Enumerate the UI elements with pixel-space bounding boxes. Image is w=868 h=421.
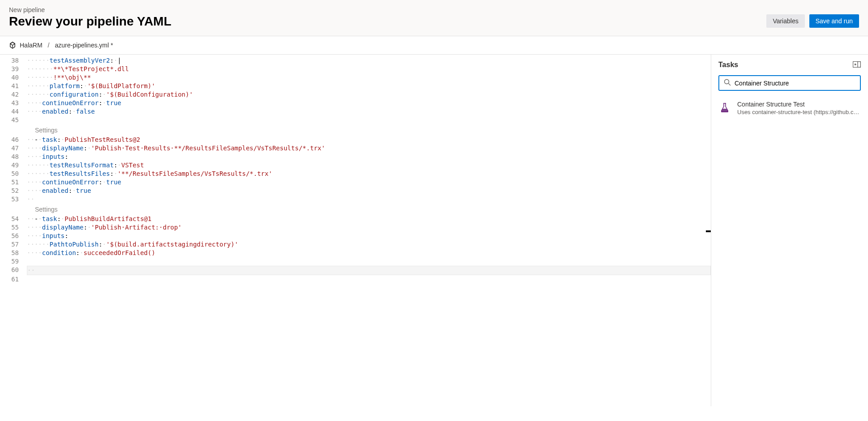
code-line[interactable]: 44····enabled:·false bbox=[0, 107, 711, 116]
line-number: 38 bbox=[0, 56, 27, 65]
code-line[interactable]: 46··-·task:·PublishTestResults@2 bbox=[0, 136, 711, 144]
task-result-name: Container Structure Test bbox=[737, 101, 861, 108]
yaml-editor[interactable]: 38······testAssemblyVer2:·|39·······**\*… bbox=[0, 55, 711, 406]
file-path-bar: HalaRM / azure-pipelines.yml * bbox=[0, 36, 868, 55]
line-number: 47 bbox=[0, 144, 27, 153]
tasks-title: Tasks bbox=[718, 61, 738, 69]
code-line[interactable]: 60·· bbox=[0, 266, 711, 275]
page-header: New pipeline Review your pipeline YAML V… bbox=[0, 0, 868, 36]
task-settings-link[interactable]: Settings bbox=[27, 204, 58, 215]
code-content[interactable]: ······platform:·'$(BuildPlatform)' bbox=[27, 82, 711, 90]
line-number: 54 bbox=[0, 215, 27, 223]
code-content[interactable]: ······configuration:·'$(BuildConfigurati… bbox=[27, 90, 711, 99]
line-number: 48 bbox=[0, 153, 27, 161]
page-title: Review your pipeline YAML bbox=[9, 14, 172, 29]
code-line[interactable]: 49······testResultsFormat:·VSTest bbox=[0, 161, 711, 170]
code-content[interactable]: ······testResultsFormat:·VSTest bbox=[27, 161, 711, 170]
expand-panel-icon[interactable] bbox=[853, 61, 861, 69]
line-number: 44 bbox=[0, 107, 27, 116]
line-number: 61 bbox=[0, 275, 27, 284]
line-number: 45 bbox=[0, 116, 27, 124]
code-line[interactable]: 38······testAssemblyVer2:·| bbox=[0, 56, 711, 65]
line-number: 49 bbox=[0, 161, 27, 170]
save-and-run-button[interactable]: Save and run bbox=[809, 14, 859, 28]
line-number: 51 bbox=[0, 178, 27, 187]
task-result-item[interactable]: Container Structure Test Uses container-… bbox=[718, 99, 861, 117]
line-number: 53 bbox=[0, 195, 27, 204]
code-content[interactable]: ·· bbox=[27, 195, 711, 204]
line-number: 52 bbox=[0, 187, 27, 195]
code-content[interactable]: ··-·task:·PublishTestResults@2 bbox=[27, 136, 711, 144]
code-content[interactable]: ··-·task:·PublishBuildArtifacts@1 bbox=[27, 215, 711, 223]
tasks-panel: Tasks Container Structure Test Uses cont… bbox=[711, 55, 868, 406]
code-content[interactable]: ······testAssemblyVer2:·| bbox=[27, 56, 711, 65]
line-number: 50 bbox=[0, 170, 27, 178]
svg-rect-1 bbox=[858, 61, 861, 67]
code-line[interactable]: 56····inputs: bbox=[0, 232, 711, 240]
line-number: 59 bbox=[0, 257, 27, 266]
code-line[interactable]: 39·······**\*TestProject*.dll bbox=[0, 65, 711, 73]
line-number: 57 bbox=[0, 240, 27, 249]
code-content[interactable]: ·······!**\obj\** bbox=[27, 73, 711, 82]
task-settings-link[interactable]: Settings bbox=[27, 124, 58, 136]
line-number: 43 bbox=[0, 99, 27, 107]
code-line[interactable]: 55····displayName:·'Publish·Artifact:·dr… bbox=[0, 223, 711, 232]
code-content[interactable]: ····inputs: bbox=[27, 153, 711, 161]
svg-line-3 bbox=[729, 84, 731, 86]
code-line[interactable]: 57······PathtoPublish:·'$(build.artifact… bbox=[0, 240, 711, 249]
repo-icon bbox=[9, 42, 16, 49]
line-number: 56 bbox=[0, 232, 27, 240]
code-line[interactable]: 61 bbox=[0, 275, 711, 284]
code-line[interactable]: 51····continueOnError:·true bbox=[0, 178, 711, 187]
line-number: 60 bbox=[0, 266, 27, 275]
line-number: 55 bbox=[0, 223, 27, 232]
code-line[interactable]: 43····continueOnError:·true bbox=[0, 99, 711, 107]
code-content[interactable] bbox=[27, 275, 711, 284]
line-number: 39 bbox=[0, 65, 27, 73]
code-content[interactable]: ·· bbox=[27, 266, 711, 275]
line-number: 40 bbox=[0, 73, 27, 82]
code-content[interactable]: ······testResultsFiles:·'**/ResultsFileS… bbox=[27, 170, 711, 178]
code-line[interactable]: 59 bbox=[0, 257, 711, 266]
line-number: 46 bbox=[0, 136, 27, 144]
code-line[interactable]: 41······platform:·'$(BuildPlatform)' bbox=[0, 82, 711, 90]
svg-point-2 bbox=[725, 80, 729, 84]
code-line[interactable]: 42······configuration:·'$(BuildConfigura… bbox=[0, 90, 711, 99]
code-line[interactable]: 52····enabled:·true bbox=[0, 187, 711, 195]
code-content[interactable] bbox=[27, 257, 711, 266]
line-number: 41 bbox=[0, 82, 27, 90]
code-line[interactable]: 54··-·task:·PublishBuildArtifacts@1 bbox=[0, 215, 711, 223]
code-line[interactable]: 47····displayName:·'Publish·Test·Results… bbox=[0, 144, 711, 153]
code-line[interactable]: 48····inputs: bbox=[0, 153, 711, 161]
variables-button[interactable]: Variables bbox=[766, 14, 804, 28]
repo-name[interactable]: HalaRM bbox=[20, 42, 43, 49]
flask-icon bbox=[718, 102, 731, 114]
code-content[interactable]: ····enabled:·false bbox=[27, 107, 711, 116]
svg-rect-0 bbox=[853, 61, 861, 67]
breadcrumb[interactable]: New pipeline bbox=[9, 6, 172, 13]
line-number: 58 bbox=[0, 249, 27, 257]
code-content[interactable]: ····enabled:·true bbox=[27, 187, 711, 195]
code-content[interactable]: ····inputs: bbox=[27, 232, 711, 240]
code-line[interactable]: 50······testResultsFiles:·'**/ResultsFil… bbox=[0, 170, 711, 178]
file-name[interactable]: azure-pipelines.yml * bbox=[55, 42, 113, 49]
pane-resize-handle[interactable] bbox=[706, 230, 711, 232]
code-line[interactable]: 40·······!**\obj\** bbox=[0, 73, 711, 82]
code-content[interactable] bbox=[27, 116, 711, 124]
line-number: 42 bbox=[0, 90, 27, 99]
code-content[interactable]: ·······**\*TestProject*.dll bbox=[27, 65, 711, 73]
code-content[interactable]: ····displayName:·'Publish·Artifact:·drop… bbox=[27, 223, 711, 232]
task-result-description: Uses container-structure-test (https://g… bbox=[737, 109, 861, 115]
code-content[interactable]: ····continueOnError:·true bbox=[27, 99, 711, 107]
code-content[interactable]: ····condition:·succeededOrFailed() bbox=[27, 249, 711, 257]
code-content[interactable]: ····displayName:·'Publish·Test·Results·*… bbox=[27, 144, 711, 153]
code-content[interactable]: ····continueOnError:·true bbox=[27, 178, 711, 187]
code-content[interactable]: ······PathtoPublish:·'$(build.artifactst… bbox=[27, 240, 711, 249]
path-separator: / bbox=[48, 42, 50, 49]
code-line[interactable]: 45 bbox=[0, 116, 711, 124]
code-line[interactable]: 53·· bbox=[0, 195, 711, 204]
code-line[interactable]: 58····condition:·succeededOrFailed() bbox=[0, 249, 711, 257]
search-icon bbox=[724, 79, 731, 87]
tasks-search[interactable] bbox=[718, 75, 861, 91]
tasks-search-input[interactable] bbox=[735, 80, 855, 87]
